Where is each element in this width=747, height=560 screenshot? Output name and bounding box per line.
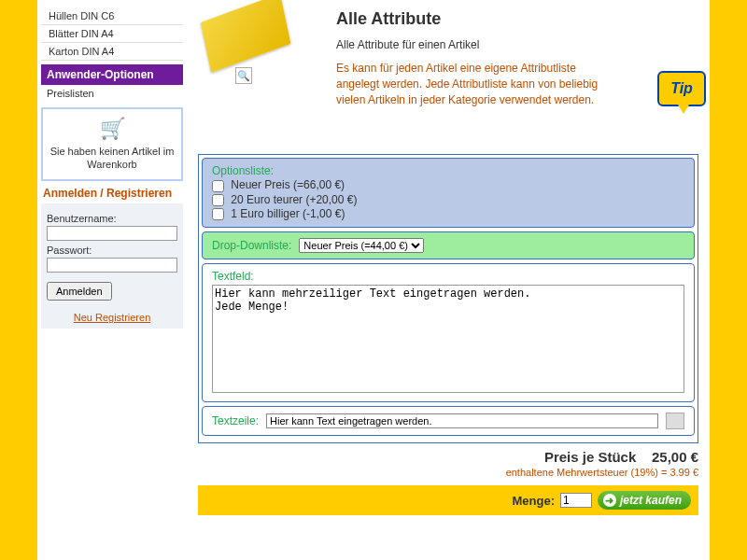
- login-header: Anmelden / Registrieren: [41, 181, 183, 203]
- vat-row: enthaltene Mehrwertsteuer (19%) = 3.99 €: [198, 467, 698, 478]
- option-checkbox-2[interactable]: [212, 208, 224, 220]
- textline-side-button[interactable]: [666, 413, 684, 429]
- textline-panel: Textzeile:: [202, 406, 695, 436]
- pass-label: Passwort:: [47, 245, 177, 256]
- option-label-0: Neuer Preis (=66,00 €): [231, 178, 345, 191]
- textline-input[interactable]: [266, 413, 658, 428]
- login-box: Benutzername: Passwort: Anmelden Neu Reg…: [41, 203, 183, 329]
- page-title: Alle Attribute: [336, 9, 698, 29]
- buy-button-label: jetzt kaufen: [620, 494, 682, 507]
- option-checkbox-0[interactable]: [212, 180, 224, 192]
- cart-icon: 🛒: [49, 117, 176, 141]
- arrow-icon: ➜: [603, 494, 616, 507]
- tip-label: Tip: [670, 80, 693, 96]
- product-image: [204, 7, 306, 73]
- textarea-panel: Textfeld:: [202, 263, 695, 402]
- tip-badge: Tip: [657, 71, 706, 106]
- attributes-container: Optionsliste: Neuer Preis (=66,00 €) 20 …: [198, 154, 698, 443]
- buy-bar: Menge: ➜ jetzt kaufen: [198, 485, 698, 515]
- dropdown-label: Drop-Downliste:: [212, 239, 291, 252]
- login-button[interactable]: Anmelden: [47, 282, 112, 301]
- textarea-input[interactable]: [212, 285, 684, 393]
- frame-right: [710, 0, 747, 560]
- user-label: Benutzername:: [47, 213, 177, 224]
- options-label: Optionsliste:: [212, 164, 684, 177]
- sidebar: Hüllen DIN C6 Blätter DIN A4 Karton DIN …: [37, 0, 187, 560]
- cart-box: 🛒 Sie haben keinen Artikel im Warenkorb: [41, 107, 183, 181]
- username-input[interactable]: [47, 226, 177, 241]
- frame-left: [0, 0, 37, 560]
- page-subtitle: Alle Attribute für einen Artikel: [336, 38, 698, 51]
- sidebar-header-anwender: Anwender-Optionen: [41, 64, 183, 85]
- envelope-icon: [201, 0, 291, 73]
- tip-tail-icon: [678, 105, 689, 114]
- buy-button[interactable]: ➜ jetzt kaufen: [598, 491, 691, 510]
- option-checkbox-1[interactable]: [212, 194, 224, 206]
- option-label-2: 1 Euro billiger (-1,00 €): [231, 207, 345, 220]
- zoom-button[interactable]: 🔍: [235, 67, 252, 84]
- option-row: 1 Euro billiger (-1,00 €): [212, 207, 684, 220]
- price-label: Preis je Stück: [544, 449, 636, 465]
- option-row: 20 Euro teurer (+20,00 €): [212, 193, 684, 206]
- sidebar-item-preislisten[interactable]: Preislisten: [41, 85, 183, 102]
- password-input[interactable]: [47, 258, 177, 273]
- sidebar-item-karton[interactable]: Karton DIN A4: [41, 43, 183, 61]
- option-label-1: 20 Euro teurer (+20,00 €): [231, 193, 357, 206]
- sidebar-item-huellen[interactable]: Hüllen DIN C6: [41, 7, 183, 25]
- textarea-label: Textfeld:: [212, 270, 684, 283]
- register-link[interactable]: Neu Registrieren: [47, 312, 177, 323]
- sidebar-item-blaetter[interactable]: Blätter DIN A4: [41, 25, 183, 43]
- main-area: 🔍 Alle Attribute Alle Attribute für eine…: [187, 0, 710, 560]
- textline-label: Textzeile:: [212, 414, 259, 427]
- price-value: 25,00 €: [652, 449, 698, 465]
- price-row: Preis je Stück 25,00 €: [198, 449, 698, 465]
- qty-label: Menge:: [512, 494, 555, 508]
- options-panel: Optionsliste: Neuer Preis (=66,00 €) 20 …: [202, 158, 695, 228]
- page-description: Es kann für jeden Artikel eine eigene At…: [336, 61, 616, 107]
- cart-empty-text: Sie haben keinen Artikel im Warenkorb: [49, 145, 176, 172]
- dropdown-panel: Drop-Downliste: Neuer Preis (=44,00 €): [202, 231, 695, 259]
- dropdown-select[interactable]: Neuer Preis (=44,00 €): [299, 238, 424, 253]
- qty-input[interactable]: [560, 493, 592, 508]
- option-row: Neuer Preis (=66,00 €): [212, 178, 684, 191]
